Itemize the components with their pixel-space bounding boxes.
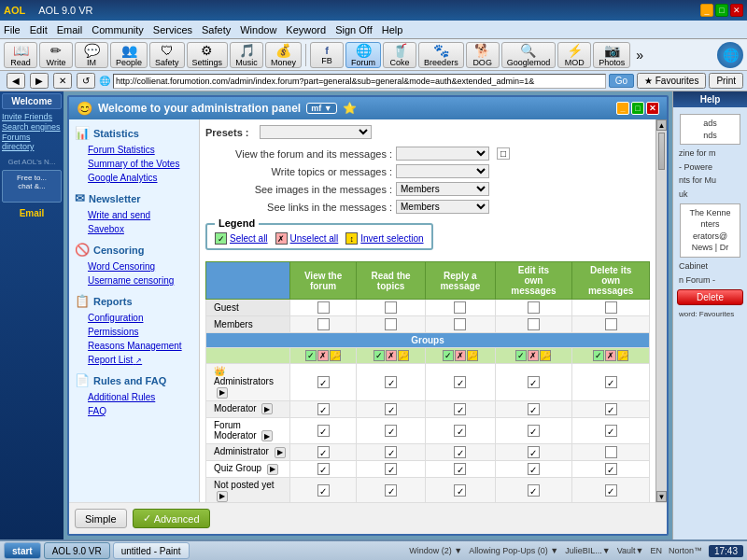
nav-summary-votes[interactable]: Summary of the Votes bbox=[69, 157, 199, 171]
adm-delete-check[interactable] bbox=[605, 446, 617, 458]
nav-google-analytics[interactable]: Google Analytics bbox=[69, 171, 199, 185]
breeders-button[interactable]: 🐾 Breeders bbox=[418, 42, 464, 68]
write-topics-select[interactable] bbox=[396, 164, 489, 178]
np-view-check[interactable] bbox=[317, 484, 330, 497]
address-input[interactable] bbox=[113, 74, 606, 89]
money-button[interactable]: 💰 Money bbox=[265, 42, 302, 68]
nav-forum-statistics[interactable]: Forum Statistics bbox=[69, 143, 199, 157]
scroll-down-button[interactable]: ▼ bbox=[656, 491, 667, 502]
fmod-edit-check[interactable] bbox=[528, 425, 540, 437]
unselect-all-button[interactable]: ✗ Unselect all bbox=[275, 232, 339, 245]
nav-username-censoring[interactable]: Username censoring bbox=[69, 273, 199, 287]
forum-mod-arrow[interactable]: ▶ bbox=[261, 430, 273, 441]
nav-newsletter-header[interactable]: ✉ Newsletter bbox=[69, 189, 199, 208]
panel-minimize-button[interactable]: _ bbox=[616, 102, 629, 115]
mod-reply-check[interactable] bbox=[454, 403, 466, 415]
adm-view-check[interactable] bbox=[317, 446, 330, 458]
quiz-delete-check[interactable] bbox=[605, 463, 617, 475]
read-button[interactable]: 📖 Read bbox=[4, 42, 37, 68]
music-button[interactable]: 🎵 Music bbox=[230, 42, 263, 68]
presets-select[interactable] bbox=[260, 125, 372, 139]
nav-statistics-header[interactable]: 📊 Statistics bbox=[69, 123, 199, 143]
coke-button[interactable]: 🥤 Coke bbox=[383, 42, 416, 68]
safety-button[interactable]: 🛡 Safety bbox=[149, 42, 185, 68]
dog-button[interactable]: 🐕 DOG bbox=[466, 42, 500, 68]
menu-services[interactable]: Services bbox=[153, 24, 192, 35]
im-button[interactable]: 💬 IM bbox=[75, 42, 108, 68]
invert-selection-button[interactable]: ↕ Invert selection bbox=[345, 232, 423, 245]
status-window[interactable]: Window (2) ▼ bbox=[409, 546, 462, 555]
fmod-delete-check[interactable] bbox=[605, 425, 617, 437]
mod-view-check[interactable] bbox=[317, 403, 330, 415]
mod-button[interactable]: ⚡ MOD bbox=[557, 42, 591, 68]
admin-view-check[interactable] bbox=[317, 376, 330, 388]
fmod-read-check[interactable] bbox=[385, 425, 397, 437]
quiz-arrow[interactable]: ▶ bbox=[267, 464, 278, 475]
stop-button[interactable]: ✕ bbox=[53, 73, 72, 89]
panel-restore-button[interactable]: □ bbox=[631, 102, 644, 115]
guest-reply-check[interactable] bbox=[454, 301, 466, 314]
menu-safety[interactable]: Safety bbox=[202, 24, 231, 35]
restore-button[interactable]: □ bbox=[715, 4, 728, 17]
fmod-view-check[interactable] bbox=[317, 425, 330, 437]
np-delete-check[interactable] bbox=[605, 484, 617, 497]
back-button[interactable]: ◀ bbox=[7, 73, 25, 89]
admin-read-check[interactable] bbox=[385, 376, 397, 388]
members-view-check[interactable] bbox=[317, 318, 330, 330]
quiz-edit-check[interactable] bbox=[528, 463, 540, 475]
notposted-arrow[interactable]: ▶ bbox=[217, 491, 228, 502]
go-button[interactable]: Go bbox=[609, 74, 634, 88]
nav-faq[interactable]: FAQ bbox=[69, 404, 199, 418]
view-forum-select[interactable] bbox=[396, 147, 489, 161]
fmod-reply-check[interactable] bbox=[454, 425, 466, 437]
paint-taskbar-button[interactable]: untitled - Paint bbox=[113, 542, 190, 559]
forward-button[interactable]: ▶ bbox=[30, 73, 49, 89]
quiz-view-check[interactable] bbox=[317, 463, 330, 475]
admin-arrow[interactable]: ▶ bbox=[217, 387, 228, 399]
menu-help[interactable]: Help bbox=[382, 24, 403, 35]
forums-directory-link[interactable]: Forums directory bbox=[2, 133, 62, 151]
collapse-icon[interactable]: □ bbox=[497, 147, 510, 160]
members-read-check[interactable] bbox=[385, 318, 397, 330]
print-button[interactable]: Print bbox=[709, 73, 743, 89]
guest-read-check[interactable] bbox=[385, 301, 397, 314]
status-popups[interactable]: Allowing Pop-Ups (0) ▼ bbox=[469, 546, 558, 555]
adm-read-check[interactable] bbox=[385, 446, 397, 458]
admin-edit-check[interactable] bbox=[528, 376, 540, 388]
members-edit-check[interactable] bbox=[528, 318, 540, 330]
guest-delete-check[interactable] bbox=[605, 301, 617, 314]
see-links-select[interactable]: Members bbox=[396, 200, 489, 214]
quiz-reply-check[interactable] bbox=[454, 463, 466, 475]
guest-edit-check[interactable] bbox=[528, 301, 540, 314]
nav-report-list[interactable]: Report List ↗ bbox=[69, 353, 199, 367]
nav-censoring-header[interactable]: 🚫 Censoring bbox=[69, 240, 199, 259]
more-tools-button[interactable]: » bbox=[632, 48, 647, 63]
menu-email[interactable]: Email bbox=[57, 24, 83, 35]
settings-button[interactable]: ⚙ Settings bbox=[187, 42, 229, 68]
members-reply-check[interactable] bbox=[454, 318, 466, 330]
write-button[interactable]: ✏ Write bbox=[39, 42, 73, 68]
nav-reasons-management[interactable]: Reasons Management bbox=[69, 339, 199, 353]
fb-button[interactable]: f FB bbox=[310, 42, 344, 68]
guest-view-check[interactable] bbox=[317, 301, 330, 314]
people-button[interactable]: 👥 People bbox=[110, 42, 148, 68]
nav-reports-header[interactable]: 📋 Reports bbox=[69, 291, 199, 311]
adm-reply-check[interactable] bbox=[454, 446, 466, 458]
administrator-arrow[interactable]: ▶ bbox=[275, 447, 286, 458]
np-reply-check[interactable] bbox=[454, 484, 466, 497]
nav-configuration[interactable]: Configuration bbox=[69, 311, 199, 325]
close-button[interactable]: ✕ bbox=[730, 4, 743, 17]
mod-read-check[interactable] bbox=[385, 403, 397, 415]
select-all-button[interactable]: ✓ Select all bbox=[215, 232, 268, 245]
menu-signoff[interactable]: Sign Off bbox=[335, 24, 373, 35]
aol-taskbar-button[interactable]: AOL 9.0 VR bbox=[44, 542, 110, 559]
advanced-button[interactable]: ✓ Advanced bbox=[133, 509, 210, 528]
nav-additional-rules[interactable]: Additional Rules bbox=[69, 390, 199, 404]
panel-close-button[interactable]: ✕ bbox=[646, 102, 659, 115]
admin-delete-check[interactable] bbox=[605, 376, 617, 388]
adm-edit-check[interactable] bbox=[528, 446, 540, 458]
see-images-select[interactable]: Members bbox=[396, 182, 489, 196]
menu-keyword[interactable]: Keyword bbox=[286, 24, 326, 35]
np-read-check[interactable] bbox=[385, 484, 397, 497]
favorites-button[interactable]: ★ Favourites bbox=[637, 73, 706, 89]
